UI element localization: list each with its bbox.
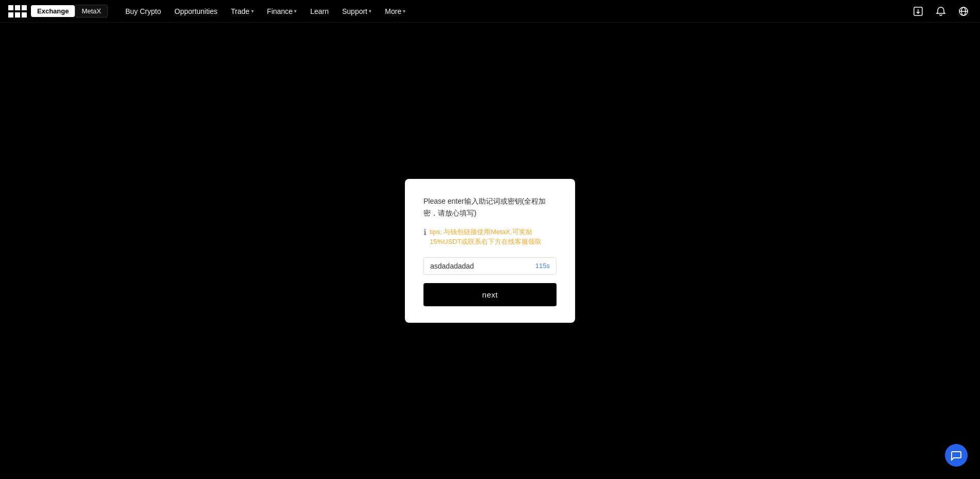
- modal-card: Please enter输入助记词或密钥(全程加密，请放心填写) ℹ tips:…: [405, 179, 575, 323]
- svg-rect-5: [22, 12, 27, 18]
- nav-learn[interactable]: Learn: [305, 4, 334, 19]
- svg-rect-4: [15, 12, 20, 18]
- support-chat-button[interactable]: [945, 444, 968, 467]
- download-icon[interactable]: [910, 3, 926, 20]
- modal-tip: ℹ tips: 与钱包链接使用MetaX,可奖励15%USDT或联系右下方在线客…: [423, 227, 557, 247]
- trade-chevron: ▾: [251, 8, 254, 14]
- svg-rect-3: [8, 12, 13, 18]
- navbar-tabs: Exchange MetaX: [31, 5, 108, 18]
- tab-exchange[interactable]: Exchange: [31, 5, 75, 17]
- brand-logo[interactable]: [8, 5, 27, 18]
- svg-rect-1: [15, 5, 20, 10]
- modal-title: Please enter输入助记词或密钥(全程加密，请放心填写): [423, 195, 557, 219]
- tip-text: tips: 与钱包链接使用MetaX,可奖励15%USDT或联系右下方在线客服领…: [430, 227, 557, 247]
- navbar-menu: Buy Crypto Opportunities Trade ▾ Finance…: [120, 4, 910, 19]
- next-button[interactable]: next: [423, 283, 557, 306]
- bell-icon[interactable]: [933, 3, 949, 20]
- svg-rect-2: [22, 5, 27, 10]
- finance-chevron: ▾: [294, 8, 297, 14]
- svg-rect-0: [8, 5, 13, 10]
- nav-trade[interactable]: Trade ▾: [226, 4, 259, 19]
- nav-opportunities[interactable]: Opportunities: [169, 4, 222, 19]
- navbar-right: [910, 3, 972, 20]
- tab-metax[interactable]: MetaX: [75, 5, 108, 18]
- nav-finance[interactable]: Finance ▾: [262, 4, 302, 19]
- nav-support[interactable]: Support ▾: [337, 4, 377, 19]
- navbar: Exchange MetaX Buy Crypto Opportunities …: [0, 0, 980, 23]
- mnemonic-input[interactable]: [430, 262, 535, 270]
- globe-icon[interactable]: [955, 3, 972, 20]
- info-icon: ℹ: [423, 227, 427, 237]
- mnemonic-input-row[interactable]: 115s: [423, 257, 557, 275]
- countdown-timer: 115s: [535, 262, 550, 270]
- more-chevron: ▾: [403, 8, 405, 14]
- support-chevron: ▾: [369, 8, 371, 14]
- main-content: Please enter输入助记词或密钥(全程加密，请放心填写) ℹ tips:…: [0, 23, 980, 479]
- nav-buy-crypto[interactable]: Buy Crypto: [120, 4, 166, 19]
- nav-more[interactable]: More ▾: [380, 4, 411, 19]
